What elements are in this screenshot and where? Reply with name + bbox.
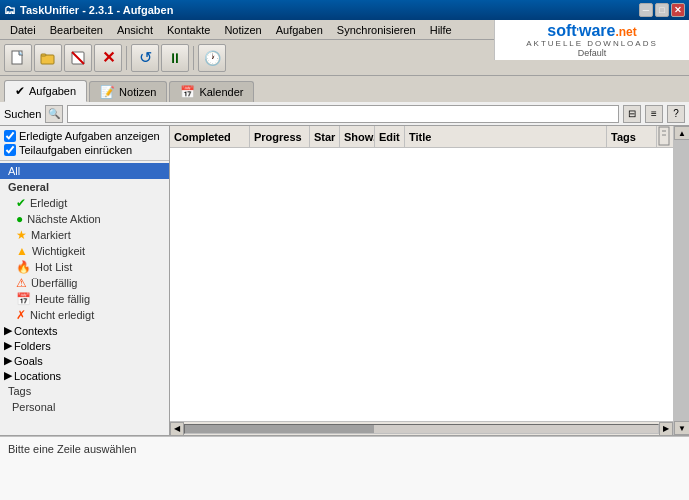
naechste-icon: ●	[16, 212, 23, 226]
indent-subtasks-row: Teilaufgaben einrücken	[4, 143, 165, 157]
folders-expand-icon: ▶	[4, 339, 12, 352]
refresh-button[interactable]: ↺	[131, 44, 159, 72]
titlebar: 🗂 TaskUnifier - 2.3.1 - Aufgaben ─ □ ✕	[0, 0, 689, 20]
new-button[interactable]	[4, 44, 32, 72]
goals-label: Goals	[14, 355, 43, 367]
scroll-down-arrow[interactable]: ▼	[674, 421, 689, 435]
vertical-scrollbar[interactable]: ▲ ▼	[673, 126, 689, 435]
menu-ansicht[interactable]: Ansicht	[111, 22, 159, 38]
tree-item-nicht-erledigt[interactable]: ✗ Nicht erledigt	[0, 307, 169, 323]
nicht-erledigt-label: Nicht erledigt	[30, 309, 94, 321]
tab-aufgaben[interactable]: ✔ Aufgaben	[4, 80, 87, 102]
view-options-button[interactable]: ⊟	[623, 105, 641, 123]
search-input[interactable]	[67, 105, 619, 123]
ueberfaellig-label: Überfällig	[31, 277, 77, 289]
tree-item-ueberfaellig[interactable]: ⚠ Überfällig	[0, 275, 169, 291]
tree-folders[interactable]: ▶ Folders	[0, 338, 169, 353]
tree-item-erledigt[interactable]: ✔ Erledigt	[0, 195, 169, 211]
personal-label: Personal	[12, 401, 55, 413]
heute-icon: 📅	[16, 292, 31, 306]
locations-label: Locations	[14, 370, 61, 382]
ueberfaellig-icon: ⚠	[16, 276, 27, 290]
tab-notizen[interactable]: 📝 Notizen	[89, 81, 167, 102]
col-header-star[interactable]: Star	[310, 126, 340, 147]
menu-bearbeiten[interactable]: Bearbeiten	[44, 22, 109, 38]
close-button[interactable]: ✕	[671, 3, 685, 17]
delete-button[interactable]: ✕	[94, 44, 122, 72]
tab-bar: ✔ Aufgaben 📝 Notizen 📅 Kalender	[0, 76, 689, 102]
col-header-show[interactable]: Show..	[340, 126, 375, 147]
menu-kontakte[interactable]: Kontakte	[161, 22, 216, 38]
col-resize-handle	[657, 125, 673, 149]
menu-hilfe[interactable]: Hilfe	[424, 22, 458, 38]
window-title: TaskUnifier - 2.3.1 - Aufgaben	[20, 4, 173, 16]
search-button[interactable]: 🔍	[45, 105, 63, 123]
columns-button[interactable]: ≡	[645, 105, 663, 123]
kalender-icon: 📅	[180, 85, 195, 99]
tree-item-heute[interactable]: 📅 Heute fällig	[0, 291, 169, 307]
scroll-up-arrow[interactable]: ▲	[674, 126, 689, 140]
tree-item-naechste[interactable]: ● Nächste Aktion	[0, 211, 169, 227]
help-button[interactable]: ?	[667, 105, 685, 123]
tree-personal[interactable]: Personal	[0, 399, 169, 415]
notizen-icon: 📝	[100, 85, 115, 99]
col-header-tags[interactable]: Tags	[607, 126, 657, 147]
scroll-thumb[interactable]	[185, 425, 374, 433]
menu-aufgaben[interactable]: Aufgaben	[270, 22, 329, 38]
minimize-button[interactable]: ─	[639, 3, 653, 17]
main-area: Erledigte Aufgaben anzeigen Teilaufgaben…	[0, 126, 689, 436]
folder-button[interactable]	[34, 44, 62, 72]
search-label: Suchen	[4, 108, 41, 120]
scroll-right-arrow[interactable]: ▶	[659, 422, 673, 436]
right-panel: Completed Progress Star Show.. Edit Titl…	[170, 126, 673, 435]
tree-goals[interactable]: ▶ Goals	[0, 353, 169, 368]
show-completed-label: Erledigte Aufgaben anzeigen	[19, 130, 160, 142]
scroll-left-arrow[interactable]: ◀	[170, 422, 184, 436]
pause-button[interactable]: ⏸	[161, 44, 189, 72]
col-header-edit[interactable]: Edit	[375, 126, 405, 147]
tree-contexts[interactable]: ▶ Contexts	[0, 323, 169, 338]
detail-placeholder: Bitte eine Zeile auswählen	[8, 443, 136, 455]
scroll-v-track[interactable]	[674, 140, 689, 421]
markiert-icon: ★	[16, 228, 27, 242]
filter-options: Erledigte Aufgaben anzeigen Teilaufgaben…	[0, 126, 169, 161]
indent-subtasks-checkbox[interactable]	[4, 144, 16, 156]
table-body[interactable]	[170, 148, 673, 421]
tree-item-hotlist[interactable]: 🔥 Hot List	[0, 259, 169, 275]
col-header-title[interactable]: Title	[405, 126, 607, 147]
tree-locations[interactable]: ▶ Locations	[0, 368, 169, 383]
menu-notizen[interactable]: Notizen	[218, 22, 267, 38]
contexts-label: Contexts	[14, 325, 57, 337]
tree-all[interactable]: All	[0, 163, 169, 179]
tree-all-label: All	[8, 165, 20, 177]
indent-subtasks-label: Teilaufgaben einrücken	[19, 144, 132, 156]
hotlist-label: Hot List	[35, 261, 72, 273]
svg-rect-5	[659, 127, 669, 145]
scroll-track[interactable]	[184, 424, 659, 434]
tree-item-wichtigkeit[interactable]: ▲ Wichtigkeit	[0, 243, 169, 259]
horizontal-scrollbar[interactable]: ◀ ▶	[170, 421, 673, 435]
menu-synchronisieren[interactable]: Synchronisieren	[331, 22, 422, 38]
wichtigkeit-label: Wichtigkeit	[32, 245, 85, 257]
hotlist-icon: 🔥	[16, 260, 31, 274]
clock-button[interactable]: 🕐	[198, 44, 226, 72]
naechste-label: Nächste Aktion	[27, 213, 100, 225]
search-bar: Suchen 🔍 ⊟ ≡ ?	[0, 102, 689, 126]
svg-rect-2	[41, 54, 46, 56]
tab-kalender[interactable]: 📅 Kalender	[169, 81, 254, 102]
brand-logo: soft'ware.net	[547, 23, 637, 39]
tree-item-markiert[interactable]: ★ Markiert	[0, 227, 169, 243]
show-completed-checkbox[interactable]	[4, 130, 16, 142]
title-area: 🗂 TaskUnifier - 2.3.1 - Aufgaben	[4, 3, 173, 17]
menu-datei[interactable]: Datei	[4, 22, 42, 38]
aufgaben-icon: ✔	[15, 84, 25, 98]
tab-aufgaben-label: Aufgaben	[29, 85, 76, 97]
col-header-progress[interactable]: Progress	[250, 126, 310, 147]
brand-tagline: AKTUELLE DOWNLOADS	[526, 39, 658, 48]
col-header-completed[interactable]: Completed	[170, 126, 250, 147]
nicht-erledigt-icon: ✗	[16, 308, 26, 322]
maximize-button[interactable]: □	[655, 3, 669, 17]
block-button[interactable]	[64, 44, 92, 72]
tree-area: All General ✔ Erledigt ● Nächste Aktion …	[0, 161, 169, 435]
erledigt-icon: ✔	[16, 196, 26, 210]
